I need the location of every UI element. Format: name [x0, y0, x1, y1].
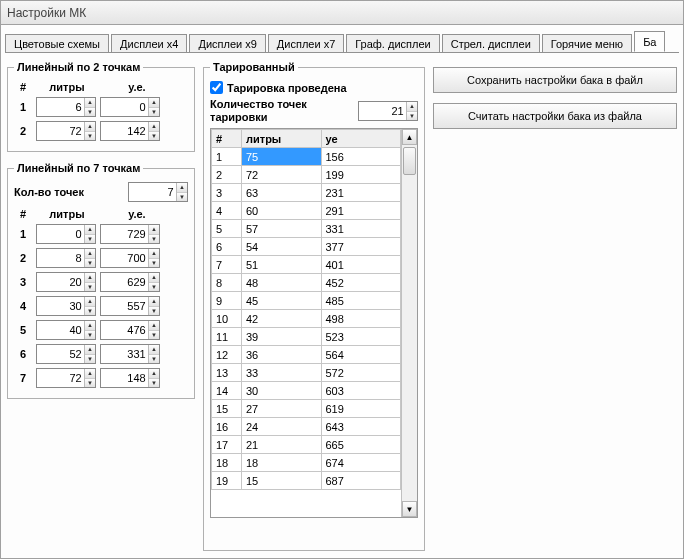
table-row[interactable]: 6 54 377 [212, 238, 401, 256]
grid-scrollbar[interactable]: ▲ ▼ [401, 129, 417, 517]
cell-ue[interactable]: 291 [321, 202, 401, 220]
spin-down-icon[interactable]: ▼ [149, 331, 159, 340]
cell-ue[interactable]: 401 [321, 256, 401, 274]
cell-liters[interactable]: 18 [242, 454, 322, 472]
tab-3[interactable]: Дисплеи x7 [268, 34, 344, 53]
spin-up-icon[interactable]: ▲ [149, 122, 159, 132]
cell-ue[interactable]: 674 [321, 454, 401, 472]
cell-ue[interactable]: 665 [321, 436, 401, 454]
cell-num[interactable]: 6 [212, 238, 242, 256]
cell-num[interactable]: 10 [212, 310, 242, 328]
cell-ue[interactable]: 643 [321, 418, 401, 436]
lin7-liters-input[interactable] [37, 249, 84, 267]
cell-liters[interactable]: 24 [242, 418, 322, 436]
lin7-ue-input[interactable] [101, 369, 148, 387]
lin7-liters[interactable]: ▲ ▼ [36, 248, 96, 268]
cell-ue[interactable]: 603 [321, 382, 401, 400]
cell-ue[interactable]: 485 [321, 292, 401, 310]
lin7-liters-input[interactable] [37, 273, 84, 291]
cell-num[interactable]: 17 [212, 436, 242, 454]
table-row[interactable]: 17 21 665 [212, 436, 401, 454]
cell-liters[interactable]: 57 [242, 220, 322, 238]
spin-down-icon[interactable]: ▼ [149, 108, 159, 117]
table-row[interactable]: 10 42 498 [212, 310, 401, 328]
grid-col-ue[interactable]: уе [321, 130, 401, 148]
cell-liters[interactable]: 33 [242, 364, 322, 382]
spin-up-icon[interactable]: ▲ [149, 297, 159, 307]
spin-down-icon[interactable]: ▼ [85, 283, 95, 292]
save-to-file-button[interactable]: Сохранить настройки бака в файл [433, 67, 677, 93]
table-row[interactable]: 18 18 674 [212, 454, 401, 472]
spin-down-icon[interactable]: ▼ [85, 355, 95, 364]
cell-liters[interactable]: 51 [242, 256, 322, 274]
lin7-ue[interactable]: ▲ ▼ [100, 368, 160, 388]
scroll-up-icon[interactable]: ▲ [402, 129, 417, 145]
cell-num[interactable]: 11 [212, 328, 242, 346]
tare-count-spinner[interactable]: ▲ ▼ [358, 101, 418, 121]
cell-liters[interactable]: 27 [242, 400, 322, 418]
cell-liters[interactable]: 30 [242, 382, 322, 400]
table-row[interactable]: 15 27 619 [212, 400, 401, 418]
tare-checkbox-row[interactable]: Тарировка проведена [210, 81, 418, 94]
spin-up-icon[interactable]: ▲ [149, 225, 159, 235]
spin-down-icon[interactable]: ▼ [177, 193, 187, 202]
cell-ue[interactable]: 331 [321, 220, 401, 238]
spin-down-icon[interactable]: ▼ [149, 283, 159, 292]
spin-up-icon[interactable]: ▲ [407, 102, 417, 112]
table-row[interactable]: 11 39 523 [212, 328, 401, 346]
spin-up-icon[interactable]: ▲ [149, 345, 159, 355]
spin-down-icon[interactable]: ▼ [85, 235, 95, 244]
spin-up-icon[interactable]: ▲ [149, 369, 159, 379]
table-row[interactable]: 16 24 643 [212, 418, 401, 436]
cell-num[interactable]: 13 [212, 364, 242, 382]
cell-liters[interactable]: 21 [242, 436, 322, 454]
scroll-track[interactable] [402, 145, 417, 501]
cell-ue[interactable]: 199 [321, 166, 401, 184]
cell-liters[interactable]: 54 [242, 238, 322, 256]
lin7-liters[interactable]: ▲ ▼ [36, 296, 96, 316]
lin7-liters[interactable]: ▲ ▼ [36, 320, 96, 340]
scroll-down-icon[interactable]: ▼ [402, 501, 417, 517]
cell-liters[interactable]: 63 [242, 184, 322, 202]
tab-2[interactable]: Дисплеи x9 [189, 34, 265, 53]
spin-up-icon[interactable]: ▲ [85, 122, 95, 132]
cell-num[interactable]: 9 [212, 292, 242, 310]
scroll-thumb[interactable] [403, 147, 416, 175]
spin-up-icon[interactable]: ▲ [85, 225, 95, 235]
cell-ue[interactable]: 377 [321, 238, 401, 256]
lin7-ue-input[interactable] [101, 297, 148, 315]
table-row[interactable]: 9 45 485 [212, 292, 401, 310]
cell-num[interactable]: 1 [212, 148, 242, 166]
lin7-liters[interactable]: ▲ ▼ [36, 344, 96, 364]
cell-ue[interactable]: 687 [321, 472, 401, 490]
cell-liters[interactable]: 45 [242, 292, 322, 310]
cell-liters[interactable]: 60 [242, 202, 322, 220]
lin7-liters-input[interactable] [37, 345, 84, 363]
lin7-liters[interactable]: ▲ ▼ [36, 368, 96, 388]
cell-liters[interactable]: 39 [242, 328, 322, 346]
lin2-liters[interactable]: ▲ ▼ [36, 97, 96, 117]
spin-up-icon[interactable]: ▲ [149, 321, 159, 331]
spin-down-icon[interactable]: ▼ [85, 379, 95, 388]
lin7-ue-input[interactable] [101, 321, 148, 339]
lin7-ue[interactable]: ▲ ▼ [100, 296, 160, 316]
table-row[interactable]: 8 48 452 [212, 274, 401, 292]
load-from-file-button[interactable]: Считать настройки бака из файла [433, 103, 677, 129]
lin7-ue[interactable]: ▲ ▼ [100, 272, 160, 292]
cell-num[interactable]: 4 [212, 202, 242, 220]
lin7-liters[interactable]: ▲ ▼ [36, 224, 96, 244]
tare-grid[interactable]: # литры уе 1 75 156 2 72 199 3 63 231 4 [211, 129, 401, 490]
lin7-ue[interactable]: ▲ ▼ [100, 344, 160, 364]
cell-num[interactable]: 2 [212, 166, 242, 184]
cell-num[interactable]: 8 [212, 274, 242, 292]
cell-num[interactable]: 7 [212, 256, 242, 274]
tab-4[interactable]: Граф. дисплеи [346, 34, 439, 53]
cell-ue[interactable]: 498 [321, 310, 401, 328]
lin7-liters-input[interactable] [37, 369, 84, 387]
lin7-ue[interactable]: ▲ ▼ [100, 248, 160, 268]
cell-num[interactable]: 14 [212, 382, 242, 400]
spin-up-icon[interactable]: ▲ [85, 98, 95, 108]
cell-num[interactable]: 15 [212, 400, 242, 418]
cell-num[interactable]: 3 [212, 184, 242, 202]
cell-ue[interactable]: 564 [321, 346, 401, 364]
